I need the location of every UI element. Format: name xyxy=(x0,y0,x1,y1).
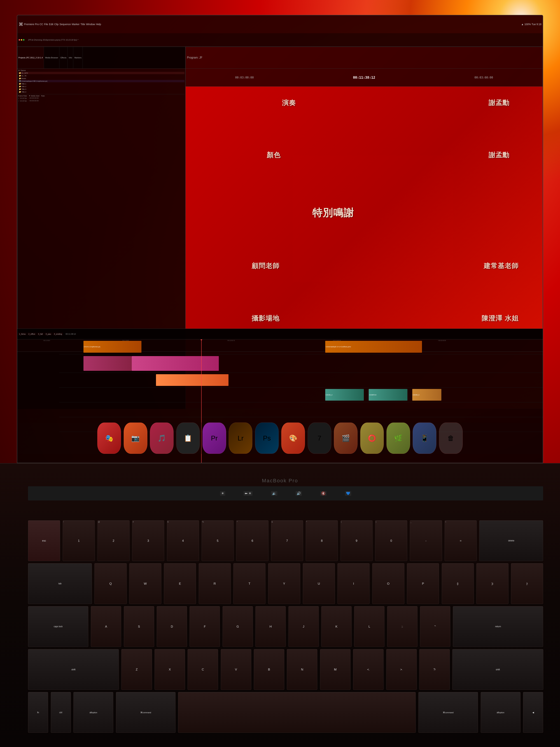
touchbar-siri[interactable]: 💙 xyxy=(345,491,351,496)
dock-icon-10[interactable]: 📱 xyxy=(412,422,436,454)
key-5[interactable]: % 5 xyxy=(202,520,234,561)
clip-3[interactable] xyxy=(132,356,219,371)
dock-icon-2[interactable]: 📷 xyxy=(124,422,148,454)
key-8[interactable]: * 8 xyxy=(306,520,338,561)
menu-file[interactable]: File xyxy=(44,23,48,26)
menu-window[interactable]: Window xyxy=(86,23,95,26)
key-f[interactable]: F xyxy=(190,606,220,647)
key-equals[interactable]: + = xyxy=(445,520,477,561)
key-delete[interactable]: delete xyxy=(479,520,543,561)
key-y[interactable]: Y xyxy=(268,563,300,604)
dock-icon-7[interactable]: 🎬 xyxy=(334,422,357,454)
key-fn[interactable]: fn xyxy=(28,692,48,733)
menu-clip[interactable]: Clip xyxy=(54,23,58,26)
menu-marker[interactable]: Marker xyxy=(72,23,80,26)
key-b[interactable]: B xyxy=(254,649,284,690)
clip-4[interactable] xyxy=(83,356,132,371)
dock-icon-ps[interactable]: Ps xyxy=(255,422,279,454)
dock-icon-lr[interactable]: Lr xyxy=(229,422,252,454)
minimize-button[interactable] xyxy=(21,39,22,41)
key-7[interactable]: & 7 xyxy=(271,520,303,561)
key-ctrl[interactable]: ctrl xyxy=(51,692,71,733)
key-n[interactable]: N xyxy=(287,649,317,690)
key-quote[interactable]: "' xyxy=(420,606,450,647)
dock-icon-11[interactable]: 🗑 xyxy=(439,422,463,454)
key-0[interactable]: ) 0 xyxy=(375,520,407,561)
touchbar-volume-up[interactable]: 🔊 xyxy=(296,491,302,496)
key-cmd-left[interactable]: ⌘command xyxy=(116,692,176,733)
menu-edit[interactable]: Edit xyxy=(49,23,53,26)
key-2[interactable]: @ 2 xyxy=(98,520,130,561)
key-return[interactable]: return xyxy=(453,606,543,647)
key-alt-left[interactable]: altoption xyxy=(73,692,113,733)
key-slash[interactable]: ?/ xyxy=(419,649,450,690)
key-alt-right[interactable]: altoption xyxy=(481,692,521,733)
key-i[interactable]: I xyxy=(338,563,370,604)
key-minus[interactable]: _ - xyxy=(410,520,442,561)
key-shift-right[interactable]: shift xyxy=(452,649,543,690)
key-x[interactable]: X xyxy=(155,649,185,690)
key-9[interactable]: ( 9 xyxy=(341,520,373,561)
key-cmd-right[interactable]: ⌘command xyxy=(418,692,478,733)
media-browser-tab[interactable]: Media Browser xyxy=(44,47,59,69)
maximize-button[interactable] xyxy=(23,39,24,41)
key-u[interactable]: U xyxy=(303,563,335,604)
key-h[interactable]: H xyxy=(256,606,286,647)
clip-2[interactable]: <cinematsloph 2>1>Coofines.pmv xyxy=(325,341,422,353)
touchbar-dimmer[interactable]: ⬅ ☀ xyxy=(244,491,252,496)
key-3[interactable]: # 3 xyxy=(132,520,164,561)
dock-icon-9[interactable]: 🌿 xyxy=(386,422,410,454)
key-v[interactable]: V xyxy=(221,649,251,690)
timeline-tab-3[interactable]: 3_fall xyxy=(37,333,44,335)
info-tab[interactable]: Info xyxy=(68,47,73,69)
touchbar-volume-down[interactable]: 🔉 xyxy=(271,491,277,496)
key-s[interactable]: S xyxy=(124,606,154,647)
key-q[interactable]: Q xyxy=(95,563,127,604)
key-o[interactable]: O xyxy=(372,563,404,604)
touchbar-brightness[interactable]: ☀ xyxy=(220,491,225,496)
key-p[interactable]: P xyxy=(407,563,439,604)
key-m[interactable]: M xyxy=(320,649,350,690)
key-semicolon[interactable]: :; xyxy=(387,606,418,647)
key-w[interactable]: W xyxy=(129,563,161,604)
key-6[interactable]: ^ 6 xyxy=(236,520,268,561)
key-d[interactable]: D xyxy=(157,606,187,647)
touchbar-mute[interactable]: 🔇 xyxy=(320,491,326,496)
key-capslock[interactable]: caps lock xyxy=(28,606,88,647)
markers-tab[interactable]: Markers xyxy=(73,47,83,69)
key-backslash[interactable]: |\ xyxy=(511,563,543,604)
key-bracket-close[interactable]: }] xyxy=(476,563,508,604)
timeline-tab-4[interactable]: 3_pau xyxy=(45,333,52,335)
dock-icon-5[interactable]: 🎨 xyxy=(281,422,305,454)
timeline-tab-5[interactable]: 4_ending xyxy=(53,333,63,335)
menu-help[interactable]: Help xyxy=(96,23,101,26)
clip-7[interactable]: C038FO4 xyxy=(369,389,407,401)
menu-title[interactable]: Title xyxy=(80,23,85,26)
key-t[interactable]: T xyxy=(233,563,265,604)
dock-icon-6[interactable]: 7 xyxy=(308,422,331,454)
clip-5[interactable] xyxy=(156,374,229,386)
key-esc[interactable]: esc xyxy=(28,520,60,561)
key-g[interactable]: G xyxy=(222,606,253,647)
key-z[interactable]: Z xyxy=(121,649,152,690)
dock-icon-pr[interactable]: Pr xyxy=(203,422,226,454)
clip-1[interactable]: Ch:9>1:Crophones.prj xyxy=(83,341,141,353)
key-k[interactable]: K xyxy=(321,606,352,647)
effects-tab[interactable]: Effects xyxy=(59,47,68,69)
key-period[interactable]: >. xyxy=(386,649,417,690)
timeline-tab-1[interactable]: 1_hirna xyxy=(18,333,27,335)
key-c[interactable]: C xyxy=(188,649,218,690)
dock-icon-8[interactable]: ⭕ xyxy=(360,422,384,454)
clip-6[interactable]: C0038_4 xyxy=(325,389,364,401)
key-shift-left[interactable]: shift xyxy=(28,649,119,690)
dock-icon-4[interactable]: 📋 xyxy=(176,422,200,454)
close-button[interactable] xyxy=(19,39,20,41)
key-j[interactable]: J xyxy=(288,606,319,647)
key-4[interactable]: $ 4 xyxy=(167,520,199,561)
key-l[interactable]: L xyxy=(354,606,384,647)
key-bracket-open[interactable]: {[ xyxy=(442,563,474,604)
key-tab[interactable]: tab xyxy=(28,563,92,604)
key-a[interactable]: A xyxy=(91,606,121,647)
timeline-tab-2[interactable]: 2_office xyxy=(27,333,36,335)
key-r[interactable]: R xyxy=(199,563,231,604)
